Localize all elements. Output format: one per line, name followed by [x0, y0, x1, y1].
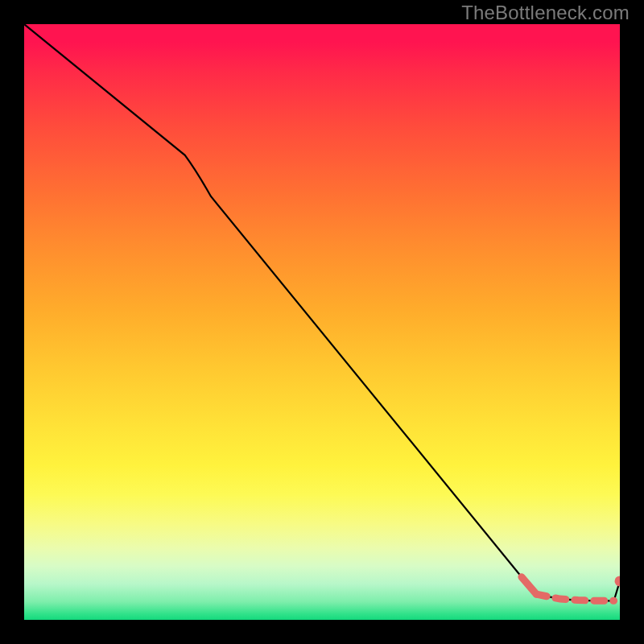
plot-area	[24, 24, 620, 620]
main-curve-line	[24, 24, 614, 601]
watermark-text: TheBottleneck.com	[461, 2, 630, 24]
end-marker-dot	[615, 576, 621, 586]
dashed-flat-line	[536, 594, 613, 601]
chart-frame: TheBottleneck.com	[0, 0, 644, 644]
chart-svg	[24, 24, 620, 620]
